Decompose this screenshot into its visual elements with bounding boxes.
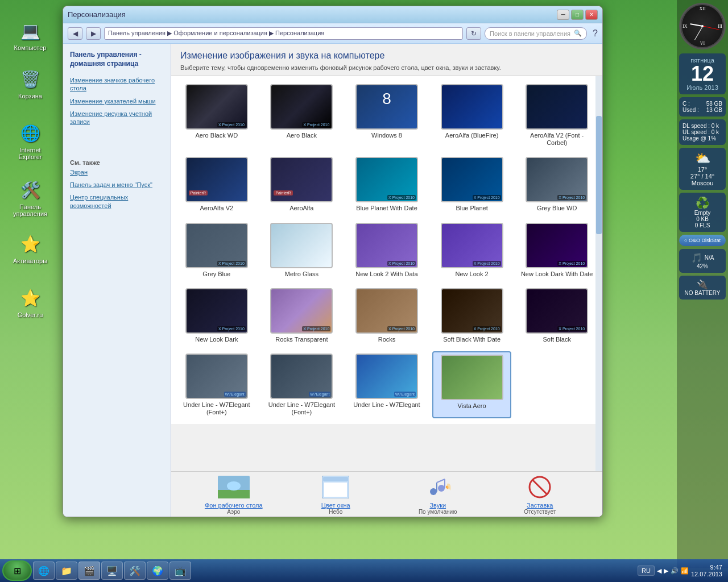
theme-item-aeroalfa-v2[interactable]: PainterR AeroAlfa V2 (177, 155, 257, 214)
window-color-item[interactable]: Цвет окна Небо (301, 473, 370, 515)
city: Moscou (682, 180, 722, 186)
wallpaper-label[interactable]: Фон рабочего стола (205, 502, 263, 509)
scrollbar-track[interactable] (595, 76, 602, 471)
theme-item-new-look-date[interactable]: X Project 2010 New Look 2 With Data (347, 221, 427, 280)
desktop-icon-activators[interactable]: ⭐ Активаторы (10, 230, 50, 267)
theme-thumbnail: X Project 2010 (355, 223, 418, 268)
scrollbar-thumb[interactable] (596, 116, 602, 235)
theme-label: Aero Black WD (196, 132, 238, 139)
theme-item-under-line-font1[interactable]: W7Elegant Under Line - W7Elegant (Font+) (177, 351, 257, 418)
theme-thumbnail: X Project 2010 (270, 84, 333, 130)
sounds-item[interactable]: Звуки По умолчанию (404, 473, 472, 515)
desktop-icon-computer[interactable]: 💻 Компьютер (10, 17, 50, 53)
taskbar-control[interactable]: 🖥️ (101, 562, 123, 580)
clock-widget: XII III VI IX (679, 3, 726, 49)
theme-label: Grey Blue (202, 271, 230, 278)
theme-item-new-look-dark[interactable]: X Project 2010 New Look Dark (177, 286, 257, 346)
screensaver-item[interactable]: Заставка Отсутствует (506, 473, 574, 515)
xproject-badge: X Project 2010 (557, 195, 586, 200)
home-link[interactable]: Панель управления - домашняя страница (70, 51, 164, 68)
theme-item-grey-blue-wd[interactable]: X Project 2010 Grey Blue WD (517, 155, 597, 214)
network-widget: DL speed : 0 k UL speed : 0 k Usage @ 1% (679, 119, 726, 145)
refresh-button[interactable]: ↻ (466, 27, 481, 40)
address-bar[interactable]: Панель управления ▶ Оформление и персона… (104, 27, 463, 40)
theme-item-soft-black-date[interactable]: X Project 2010 Soft Black With Date (432, 286, 512, 346)
desktop-icon-recycle[interactable]: 🗑️ Корзина (10, 65, 50, 102)
tray-time: 9:47 12.07.2013 (691, 564, 722, 577)
color-label[interactable]: Цвет окна (321, 502, 350, 509)
tray-arrow-right[interactable]: ▶ (664, 567, 668, 575)
theme-item-grey-blue[interactable]: X Project 2010 Grey Blue (177, 221, 257, 280)
theme-item-aero-black-wd[interactable]: X Project 2010 Aero Black WD (177, 82, 257, 149)
taskbar: ⊞ 🌐 📁 🎬 🖥️ 🛠️ 🌍 📺 RU ◀ ▶ 🔊 📶 9:47 12.07.… (0, 559, 728, 582)
desktop-icon-golver[interactable]: ⭐ Golver.ru (10, 284, 50, 321)
theme-item-blue-planet-date[interactable]: X Project 2010 Blue Planet With Date (347, 155, 427, 214)
xproject-badge: X Project 2010 (217, 326, 246, 331)
start-button[interactable]: ⊞ (2, 560, 32, 581)
forward-button[interactable]: ▶ (86, 27, 101, 40)
svg-rect-5 (324, 483, 347, 497)
theme-item-metro-glass[interactable]: Metro Glass (262, 221, 342, 280)
theme-item-rocks-transp[interactable]: X Project 2010 Rocks Transparent (262, 286, 342, 346)
audio-tray-icon[interactable]: 🔊 (671, 567, 679, 575)
theme-item-aero-black[interactable]: X Project 2010 Aero Black (262, 82, 342, 149)
painter-badge: PainterR (189, 190, 208, 196)
desktop-icon-control[interactable]: 🛠️ Панель управления (10, 176, 50, 219)
close-button[interactable]: ✕ (585, 10, 598, 20)
help-button[interactable]: ? (593, 28, 598, 39)
screen-link[interactable]: Экран (70, 168, 164, 176)
theme-label: New Look Dark With Date (521, 271, 593, 278)
theme-item-new-look2[interactable]: X Project 2010 New Look 2 (432, 221, 512, 280)
tray-arrow-left[interactable]: ◀ (657, 567, 661, 575)
theme-item-soft-black[interactable]: X Project 2010 Soft Black (517, 286, 597, 346)
recycle-files: 0 FLS (682, 222, 722, 228)
svg-point-6 (430, 488, 437, 495)
month-year: Июль 2013 (682, 84, 722, 91)
theme-thumbnail: X Project 2010 (355, 288, 418, 334)
accessibility-link[interactable]: Центр специальных возможностей (70, 193, 164, 210)
search-bar[interactable]: Поиск в панели управления 🔍 (485, 27, 587, 40)
day-number: 12 (682, 64, 722, 84)
language-button[interactable]: RU (638, 566, 655, 576)
taskbar-ie[interactable]: 🌐 (33, 562, 55, 580)
theme-label: AeroAlfa (289, 205, 313, 212)
change-account-link[interactable]: Изменение рисунка учетной записи (70, 110, 164, 126)
theme-label: AeroAlfa (BlueFire) (445, 132, 499, 139)
network-tray-icon[interactable]: 📶 (681, 567, 689, 575)
svg-rect-4 (323, 477, 348, 481)
taskbar-media[interactable]: 🎬 (78, 562, 100, 580)
screensaver-label[interactable]: Заставка (527, 502, 553, 509)
taskbar-display[interactable]: 📺 (169, 562, 191, 580)
back-button[interactable]: ◀ (68, 27, 82, 40)
wallpaper-item[interactable]: Фон рабочего стола Аэро (200, 473, 268, 515)
wallpaper-sublabel: Аэро (227, 509, 240, 515)
theme-item-vista-aero[interactable]: Vista Aero (432, 351, 512, 418)
theme-item-win8[interactable]: 8 Windows 8 (347, 82, 427, 149)
taskbar-folder[interactable]: 📁 (56, 562, 77, 580)
panel-subtitle: Выберите тему, чтобы одновременно измени… (180, 64, 593, 71)
diskstat-button[interactable]: ○ O&O DiskStat (679, 235, 726, 246)
theme-item-rocks[interactable]: X Project 2010 Rocks (347, 286, 427, 346)
theme-label: Blue Planet With Date (356, 205, 417, 212)
theme-item-aeroalfa-v2-corbel[interactable]: AeroAlfa V2 (Font - Corbel) (517, 82, 597, 149)
theme-item-aeroalfa-bluefire[interactable]: AeroAlfa (BlueFire) (432, 82, 512, 149)
theme-item-new-look-dark-date[interactable]: X Project 2010 New Look Dark With Date (517, 221, 597, 280)
theme-item-under-line-font2[interactable]: W7Elegant Under Line - W7Elegant (Font+) (262, 351, 342, 418)
taskbar-network[interactable]: 🌍 (147, 562, 168, 580)
desktop-icon-ie[interactable]: 🌐 Internet Explorer (10, 119, 50, 163)
maximize-button[interactable]: □ (571, 10, 584, 20)
change-icons-link[interactable]: Изменение значков рабочего стола (70, 76, 164, 93)
minimize-button[interactable]: ─ (557, 10, 569, 20)
theme-item-aeroalfa[interactable]: PainterR AeroAlfa (262, 155, 342, 214)
taskbar-tools[interactable]: 🛠️ (124, 562, 146, 580)
folder-taskbar-icon: 📁 (61, 566, 72, 576)
theme-thumbnail: X Project 2010 (270, 288, 333, 334)
theme-thumbnail (441, 355, 503, 400)
theme-item-under-line[interactable]: W7Elegant Under Line - W7Elegant (347, 351, 427, 418)
temp: 17° (682, 166, 722, 173)
taskbar-link[interactable]: Панель задач и меню "Пуск" (70, 181, 164, 189)
theme-thumbnail (270, 223, 333, 268)
change-mouse-link[interactable]: Изменение указателей мыши (70, 97, 164, 105)
sounds-label[interactable]: Звуки (429, 502, 446, 509)
theme-item-blue-planet[interactable]: X Project 2010 Blue Planet (432, 155, 512, 214)
